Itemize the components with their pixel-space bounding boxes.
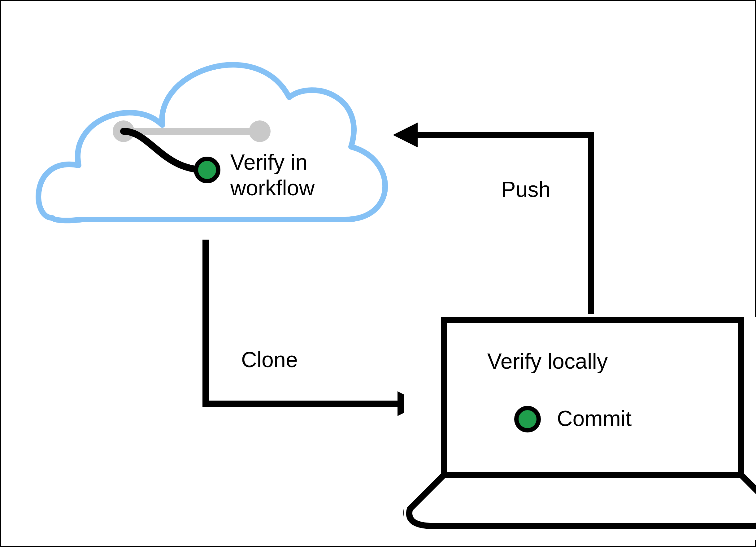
cloud-icon [38,65,385,220]
commit-node-icon [516,408,539,430]
svg-point-2 [249,120,271,142]
push-arrow-label: Push [501,176,551,203]
branch-commit-node-icon [196,159,218,181]
clone-arrow-icon [206,240,422,416]
svg-marker-4 [393,123,418,147]
push-arrow-icon [393,123,591,314]
cloud-label-line2: workflow [230,175,315,202]
cloud-label-line1: Verify in [230,149,307,176]
svg-rect-7 [444,320,741,475]
laptop-label-bottom: Commit [557,405,632,432]
diagram-frame: Verify in workflow Clone Push Verify loc… [0,0,756,547]
diagram-svg [1,1,756,547]
laptop-label-top: Verify locally [487,348,608,375]
clone-arrow-label: Clone [241,346,298,374]
